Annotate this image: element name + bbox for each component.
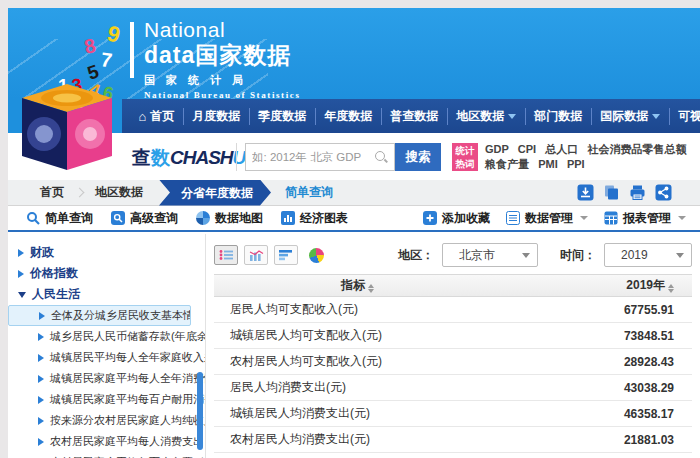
sidebar-item-income-expenditure-basic[interactable]: 全体及分城乡居民收支基本情况(新口径) <box>8 305 191 326</box>
sidebar-item-urban-consumption[interactable]: 城镇居民家庭平均每人全年消费性支出 <box>8 368 205 389</box>
data-panel: 地区： 北京市 时间： 2019 指标 2019年 居民人均可支配 <box>206 234 700 458</box>
collapsed-arrow-icon <box>39 312 45 320</box>
time-dropdown-value: 2019 <box>621 248 648 262</box>
value-cell: 43038.29 <box>501 381 692 395</box>
breadcrumb-home[interactable]: 首页 <box>30 184 74 201</box>
data-map-tab[interactable]: 数据地图 <box>196 210 263 227</box>
table-header-row: 指标 2019年 <box>214 274 692 297</box>
region-dropdown[interactable]: 北京市 <box>442 243 538 267</box>
collapsed-arrow-icon <box>38 375 44 383</box>
search-input[interactable] <box>246 151 374 163</box>
add-favorite-button[interactable]: 添加收藏 <box>423 210 490 227</box>
table-row[interactable]: 城镇居民人均消费支出(元) 46358.17 <box>214 401 692 427</box>
collapsed-arrow-icon <box>18 249 24 257</box>
economic-charts-tab[interactable]: 经济图表 <box>281 210 348 227</box>
pie-view-button[interactable] <box>304 245 328 265</box>
expanded-arrow-icon <box>18 292 26 298</box>
sidebar-scrollbar-thumb[interactable] <box>197 372 203 450</box>
table-manage-icon <box>604 211 618 225</box>
nav-item-visualization[interactable]: 可视化产品 <box>669 108 700 125</box>
table-row[interactable]: 农村居民人均可支配收入(元) 28928.43 <box>214 349 692 375</box>
value-cell: 46358.17 <box>501 407 692 421</box>
brand-divider-bar <box>130 22 134 78</box>
sidebar-item-rural-durable-goods[interactable]: 农村居民家庭平均每百户主要耐用消费品 <box>8 452 205 458</box>
time-label: 时间： <box>560 247 596 264</box>
chart-icon <box>281 211 295 225</box>
value-cell: 21881.03 <box>501 433 692 447</box>
sidebar-item-price-index[interactable]: 价格指数 <box>8 263 205 284</box>
site-container: National data国家数据 国家统计局 National Bureau … <box>8 8 700 458</box>
hbar-view-button[interactable] <box>274 245 298 265</box>
sidebar-item-rural-net-income-by-source[interactable]: 按来源分农村居民家庭人均纯收入 <box>8 410 205 431</box>
nav-item-census[interactable]: 普查数据 <box>381 108 447 125</box>
breadcrumb-regional-data[interactable]: 地区数据 <box>85 184 153 201</box>
value-cell: 73848.51 <box>501 329 692 343</box>
brand-title-cn: data国家数据 <box>144 42 301 68</box>
copy-icon[interactable] <box>603 184 620 201</box>
simple-query-tab[interactable]: 简单查询 <box>26 210 93 227</box>
region-label: 地区： <box>398 247 434 264</box>
chashu-logo-shu: 数 <box>151 147 170 168</box>
pie-view-icon <box>309 248 324 263</box>
table-row[interactable]: 城镇居民人均可支配收入(元) 73848.51 <box>214 323 692 349</box>
nav-item-regional[interactable]: 地区数据 <box>447 108 525 125</box>
table-header-indicator[interactable]: 指标 <box>214 277 501 294</box>
breadcrumb-simple-query[interactable]: 简单查询 <box>271 184 347 201</box>
nav-item-department[interactable]: 部门数据 <box>525 108 591 125</box>
share-icon[interactable] <box>655 184 672 201</box>
hot-badge-line2: 热词 <box>452 157 478 170</box>
brand-logo: National data国家数据 国家统计局 National Bureau … <box>130 18 301 100</box>
sidebar-item-urban-income-source[interactable]: 城镇居民平均每人全年家庭收入来源 <box>8 347 205 368</box>
data-manage-menu[interactable]: 数据管理 <box>506 210 588 227</box>
breadcrumb-active-provincial-annual[interactable]: 分省年度数据 <box>159 180 271 206</box>
collapsed-arrow-icon <box>38 438 44 446</box>
sidebar-item-finance[interactable]: 财政 <box>8 242 205 263</box>
collapsed-arrow-icon <box>18 270 24 278</box>
search-box <box>245 143 395 171</box>
table-row[interactable]: 农村居民人均消费支出(元) 21881.03 <box>214 427 692 453</box>
value-cell: 28928.43 <box>501 355 692 369</box>
indicator-table: 指标 2019年 居民人均可支配收入(元) 67755.91 城镇居民人均可支配… <box>214 274 692 453</box>
hot-words-badge: 统计 热词 <box>452 143 478 171</box>
download-icon[interactable] <box>577 184 594 201</box>
chevron-down-icon <box>676 253 684 258</box>
list-view-button[interactable] <box>214 245 238 265</box>
indicator-cell: 城镇居民人均消费支出(元) <box>214 405 501 422</box>
nav-item-quarterly[interactable]: 季度数据 <box>249 108 315 125</box>
table-header-year[interactable]: 2019年 <box>501 277 692 294</box>
chevron-down-icon <box>580 216 588 220</box>
search-icon[interactable] <box>374 150 388 164</box>
list-view-icon <box>219 249 234 261</box>
chashu-logo: 查数CHASHU <box>132 145 246 171</box>
nav-item-home[interactable]: ⌂首页 <box>130 108 183 125</box>
indicator-cell: 居民人均消费支出(元) <box>214 379 501 396</box>
hot-words-links[interactable]: GDP CPI 总人口 社会消费品零售总额粮食产量 PMI PPI <box>485 142 686 172</box>
search-button[interactable]: 搜索 <box>395 143 441 171</box>
table-row[interactable]: 居民人均可支配收入(元) 67755.91 <box>214 297 692 323</box>
query-toolbar: 简单查询 高级查询 数据地图 <box>8 206 700 232</box>
nav-item-monthly[interactable]: 月度数据 <box>183 108 249 125</box>
print-icon[interactable] <box>629 184 646 201</box>
cube-logo-graphic: 9 8 7 5 3 4 6 1 2 <box>10 18 128 176</box>
advanced-query-tab[interactable]: 高级查询 <box>111 210 178 227</box>
nav-item-international[interactable]: 国际数据 <box>591 108 669 125</box>
sidebar-item-rural-consumption[interactable]: 农村居民家庭平均每人消费支出 <box>8 431 205 452</box>
collapsed-arrow-icon <box>38 333 44 341</box>
time-dropdown[interactable]: 2019 <box>604 243 692 267</box>
data-map-icon <box>196 211 210 225</box>
sidebar-item-savings-deposit[interactable]: 城乡居民人民币储蓄存款(年底余额) <box>8 326 205 347</box>
sidebar-item-urban-durable-goods[interactable]: 城镇居民家庭平均每百户耐用消费品拥有 <box>8 389 205 410</box>
vertical-divider <box>236 143 237 171</box>
indicator-cell: 农村居民人均可支配收入(元) <box>214 353 501 370</box>
cube-logo: 9 8 7 5 3 4 6 1 2 <box>10 18 128 176</box>
sidebar-item-people-livelihood[interactable]: 人民生活 <box>8 284 205 305</box>
search-outline-icon <box>26 211 40 225</box>
hot-words-line1[interactable]: GDP CPI 总人口 社会消费品零售总额 <box>485 143 686 155</box>
chevron-down-icon <box>508 114 516 119</box>
bar-chart-view-button[interactable] <box>244 245 268 265</box>
nav-item-annual[interactable]: 年度数据 <box>315 108 381 125</box>
report-manage-menu[interactable]: 报表管理 <box>604 210 686 227</box>
breadcrumb: 首页 地区数据 分省年度数据 简单查询 <box>8 180 700 206</box>
hot-words-line2[interactable]: 粮食产量 PMI PPI <box>485 158 585 170</box>
table-row[interactable]: 居民人均消费支出(元) 43038.29 <box>214 375 692 401</box>
